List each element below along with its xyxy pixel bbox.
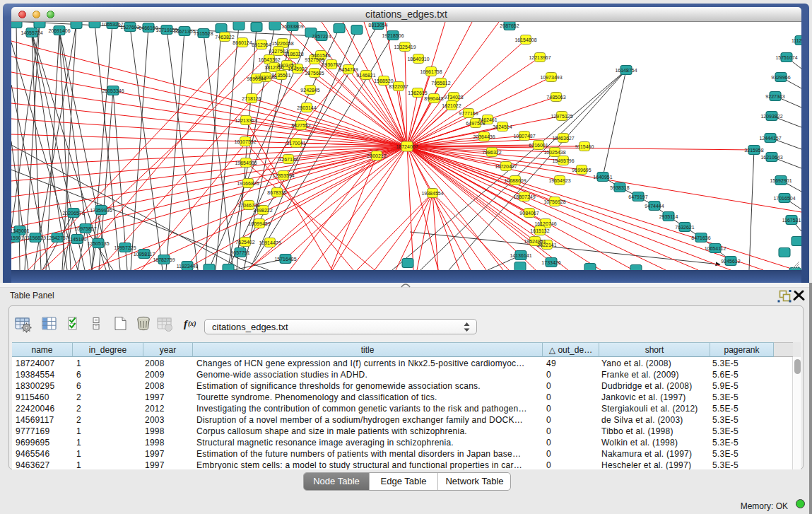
svg-text:12505135: 12505135 [87,241,109,246]
svg-text:16210643: 16210643 [760,155,782,160]
svg-text:16671355: 16671355 [173,29,195,34]
svg-text:15692901: 15692901 [770,178,792,183]
svg-text:11156829: 11156829 [25,235,46,240]
svg-text:2718126: 2718126 [242,96,261,101]
svg-text:18807249: 18807249 [513,194,535,199]
svg-text:12942757: 12942757 [46,235,68,240]
svg-text:18724007: 18724007 [396,144,418,149]
svg-text:3267130: 3267130 [278,157,298,162]
svg-text:5461546: 5461546 [311,53,330,58]
svg-text:9474444: 9474444 [645,204,664,209]
svg-text:9245612: 9245612 [721,259,740,264]
svg-text:1640951: 1640951 [593,175,612,180]
svg-text:17046738: 17046738 [237,203,259,208]
svg-text:19218506: 19218506 [382,33,404,38]
svg-text:12213967: 12213967 [529,55,551,60]
svg-text:9242845: 9242845 [300,88,319,93]
svg-text:12213363: 12213363 [235,118,257,123]
svg-text:6216001: 6216001 [529,143,548,148]
svg-text:16120746: 16120746 [534,221,556,226]
svg-text:1112753: 1112753 [792,38,801,43]
svg-text:12093822: 12093822 [760,114,782,119]
svg-text:16782759: 16782759 [153,257,175,262]
svg-text:3498222: 3498222 [253,208,272,213]
svg-text:1588520: 1588520 [374,78,393,83]
svg-text:(x): (x) [188,320,196,328]
svg-text:7986322: 7986322 [482,150,501,155]
svg-text:9146821: 9146821 [356,73,375,78]
svg-text:2300213: 2300213 [367,153,386,158]
svg-text:19654923: 19654923 [548,178,570,183]
svg-text:3215958: 3215958 [744,148,763,153]
svg-text:2936768: 2936768 [322,62,341,67]
svg-text:19166825: 19166825 [237,181,259,186]
svg-text:10756928: 10756928 [543,199,565,204]
svg-text:16543362: 16543362 [258,57,280,62]
svg-text:2803144: 2803144 [297,105,316,110]
svg-text:14055724: 14055724 [20,30,42,35]
svg-text:14136141: 14136141 [510,253,531,258]
svg-text:2522141: 2522141 [537,243,556,247]
svg-text:15495796: 15495796 [552,158,574,163]
svg-text:9227343: 9227343 [765,94,784,99]
svg-text:9777169: 9777169 [459,111,478,116]
svg-text:10958117: 10958117 [134,252,155,257]
svg-text:1621022: 1621022 [442,103,461,108]
svg-text:1733426: 1733426 [541,260,560,265]
svg-text:7955812: 7955812 [431,81,450,86]
svg-text:9699695: 9699695 [572,168,591,173]
svg-text:2087652: 2087652 [500,23,519,28]
svg-text:19384554: 19384554 [421,191,443,196]
svg-text:9734028: 9734028 [444,95,463,100]
svg-text:5938318: 5938318 [610,185,629,190]
svg-text:7357224: 7357224 [312,34,331,39]
svg-text:12975125: 12975125 [551,114,572,119]
svg-text:20691406: 20691406 [48,28,70,33]
svg-text:12353594: 12353594 [272,173,294,178]
svg-text:17359936: 17359936 [90,208,112,213]
svg-text:8322037: 8322037 [389,84,408,89]
svg-text:13325419: 13325419 [394,45,416,49]
svg-text:1615132: 1615132 [530,228,549,233]
svg-text:16154808: 16154808 [514,37,536,42]
svg-text:7515528: 7515528 [194,31,213,36]
svg-text:1545920: 1545920 [288,66,307,71]
svg-text:8427552: 8427552 [291,123,310,128]
svg-text:20364436: 20364436 [473,134,495,139]
svg-text:8186328: 8186328 [284,52,303,57]
svg-text:9329966: 9329966 [771,75,790,80]
svg-text:19654985: 19654985 [235,160,257,165]
svg-text:16961758: 16961758 [420,69,442,74]
svg-text:3915901: 3915901 [11,235,24,240]
svg-text:1345001: 1345001 [11,228,30,233]
svg-text:20206576: 20206576 [62,211,84,216]
svg-text:16107552: 16107552 [234,139,256,144]
svg-text:12444157: 12444157 [759,136,781,141]
svg-text:3624514: 3624514 [493,124,512,129]
svg-text:17016504: 17016504 [773,196,795,201]
svg-text:18463627: 18463627 [552,136,574,141]
svg-text:10654112: 10654112 [705,246,726,251]
svg-text:11923448: 11923448 [177,264,199,269]
svg-text:15751074: 15751074 [775,55,797,60]
svg-text:7625402: 7625402 [235,240,254,245]
svg-text:8454749: 8454749 [339,67,358,72]
svg-text:8471636: 8471636 [691,235,710,240]
svg-text:16099489: 16099489 [248,221,270,226]
svg-text:10025438: 10025438 [543,150,565,155]
svg-text:18640910: 18640910 [407,57,429,62]
svg-text:8912954: 8912954 [252,42,271,47]
svg-text:1362615: 1362615 [408,90,427,95]
svg-text:7632621: 7632621 [675,225,694,230]
svg-text:16914479: 16914479 [259,240,281,245]
svg-text:17957225: 17957225 [114,245,136,250]
svg-text:9327508: 9327508 [305,57,324,62]
svg-text:9657791: 9657791 [230,250,249,255]
svg-text:2935114: 2935114 [659,214,678,219]
svg-text:16148754: 16148754 [615,68,637,73]
svg-text:9084067: 9084067 [519,211,539,216]
svg-text:8135501: 8135501 [271,73,290,78]
svg-text:3875685: 3875685 [305,71,324,76]
svg-text:8813054: 8813054 [368,23,387,28]
svg-text:8678332: 8678332 [267,190,286,195]
